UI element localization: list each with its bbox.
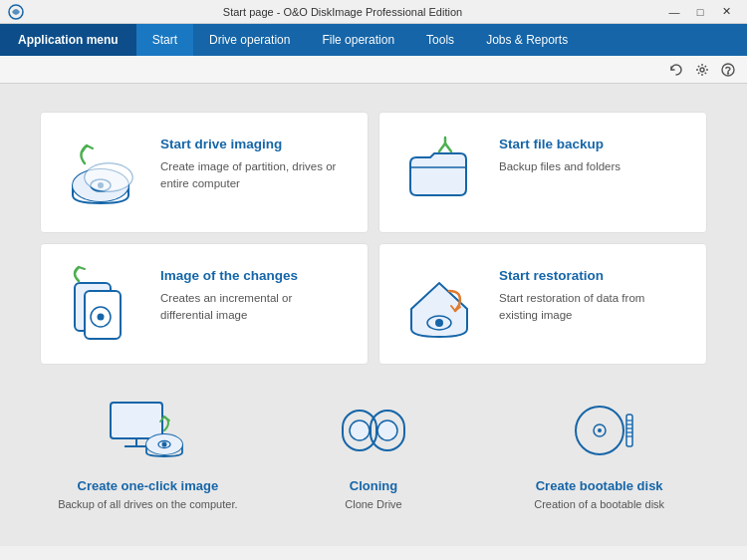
cloning-icon bbox=[329, 391, 418, 470]
menu-drive-operation[interactable]: Drive operation bbox=[193, 24, 306, 56]
bootable-disk-icon bbox=[555, 391, 644, 470]
menu-start[interactable]: Start bbox=[136, 24, 193, 56]
menu-bar: Application menu Start Drive operation F… bbox=[0, 24, 747, 56]
card-start-drive-imaging[interactable]: Start drive imaging Create image of part… bbox=[40, 112, 369, 233]
svg-point-29 bbox=[598, 428, 602, 432]
bootable-disk-title: Create bootable disk bbox=[536, 478, 663, 493]
image-changes-icon bbox=[57, 264, 144, 344]
svg-point-26 bbox=[377, 420, 397, 440]
refresh-icon[interactable] bbox=[665, 59, 687, 81]
card-start-file-backup-desc: Backup files and folders bbox=[499, 158, 686, 175]
window-controls: — □ ✕ bbox=[661, 2, 739, 22]
main-cards-grid: Start drive imaging Create image of part… bbox=[40, 112, 707, 365]
card-image-of-changes-desc: Creates an incremental or differential i… bbox=[160, 290, 348, 325]
card-start-restoration[interactable]: Start restoration Start restoration of d… bbox=[378, 243, 707, 365]
main-content: Start drive imaging Create image of part… bbox=[0, 84, 747, 546]
title-bar: Start page - O&O DiskImage Professional … bbox=[0, 0, 747, 24]
card-image-of-changes-title: Image of the changes bbox=[160, 268, 348, 284]
restoration-icon bbox=[395, 264, 483, 344]
bootable-disk-desc: Creation of a bootable disk bbox=[534, 497, 664, 512]
menu-tools[interactable]: Tools bbox=[410, 24, 470, 56]
card-image-of-changes[interactable]: Image of the changes Creates an incremen… bbox=[40, 243, 369, 365]
settings-icon[interactable] bbox=[691, 59, 713, 81]
svg-point-3 bbox=[728, 73, 729, 74]
cloning-title: Cloning bbox=[350, 478, 397, 493]
bottom-cards-grid: Create one-click image Backup of all dri… bbox=[40, 375, 707, 524]
card-start-restoration-text: Start restoration Start restoration of d… bbox=[499, 264, 686, 325]
minimize-button[interactable]: — bbox=[661, 2, 687, 22]
svg-point-15 bbox=[435, 319, 443, 327]
one-click-image-icon bbox=[103, 391, 192, 470]
card-start-file-backup-title: Start file backup bbox=[499, 137, 686, 152]
card-image-of-changes-text: Image of the changes Creates an incremen… bbox=[160, 264, 348, 325]
card-start-file-backup[interactable]: Start file backup Backup files and folde… bbox=[378, 112, 707, 233]
cloning-desc: Clone Drive bbox=[345, 497, 401, 512]
card-start-drive-imaging-desc: Create image of partition, drives or ent… bbox=[160, 158, 348, 193]
card-cloning[interactable]: Cloning Clone Drive bbox=[266, 375, 482, 524]
maximize-button[interactable]: □ bbox=[687, 2, 713, 22]
card-start-file-backup-text: Start file backup Backup files and folde… bbox=[499, 133, 686, 175]
svg-point-9 bbox=[85, 163, 132, 191]
cards-area: Start drive imaging Create image of part… bbox=[20, 96, 727, 534]
toolbar bbox=[0, 56, 747, 84]
close-button[interactable]: ✕ bbox=[713, 2, 739, 22]
card-bootable-disk[interactable]: Create bootable disk Creation of a boota… bbox=[491, 375, 707, 524]
svg-point-22 bbox=[162, 442, 167, 447]
window-title: Start page - O&O DiskImage Professional … bbox=[24, 6, 661, 18]
file-backup-icon bbox=[395, 133, 483, 212]
card-start-drive-imaging-text: Start drive imaging Create image of part… bbox=[160, 133, 348, 193]
menu-jobs-reports[interactable]: Jobs & Reports bbox=[470, 24, 584, 56]
one-click-image-title: Create one-click image bbox=[78, 478, 219, 493]
svg-rect-30 bbox=[626, 415, 632, 446]
card-start-restoration-title: Start restoration bbox=[499, 268, 686, 284]
svg-point-1 bbox=[700, 68, 704, 72]
application-menu[interactable]: Application menu bbox=[0, 24, 136, 56]
card-start-restoration-desc: Start restoration of data from existing … bbox=[499, 290, 686, 325]
menu-file-operation[interactable]: File operation bbox=[306, 24, 410, 56]
svg-point-24 bbox=[350, 420, 370, 440]
app-icon bbox=[8, 4, 24, 20]
svg-rect-16 bbox=[111, 403, 162, 438]
svg-point-13 bbox=[98, 314, 105, 321]
card-start-drive-imaging-title: Start drive imaging bbox=[160, 137, 348, 152]
card-one-click-image[interactable]: Create one-click image Backup of all dri… bbox=[40, 375, 256, 524]
help-icon[interactable] bbox=[717, 59, 739, 81]
one-click-image-desc: Backup of all drives on the computer. bbox=[58, 497, 237, 512]
drive-imaging-icon bbox=[57, 133, 144, 212]
